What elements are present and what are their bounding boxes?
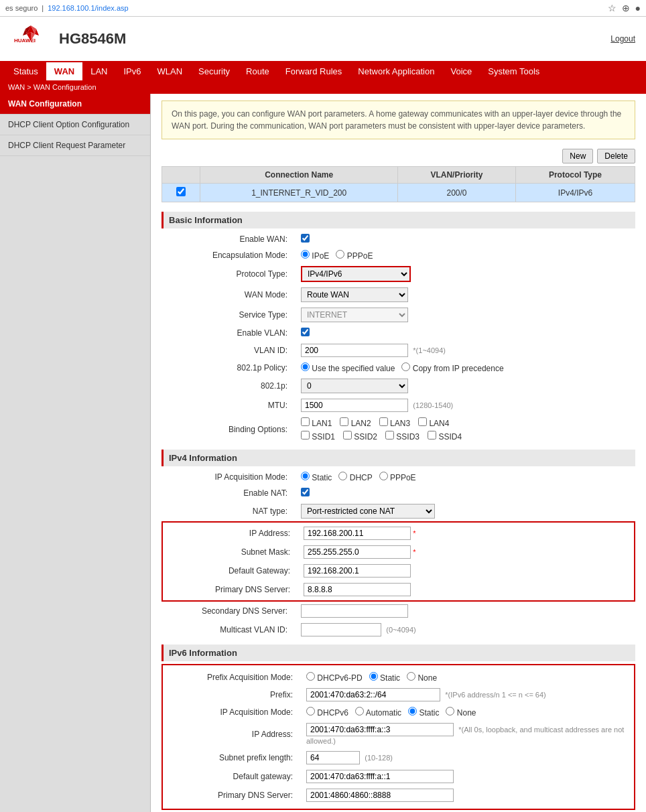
ipv4-acq-label: IP Acquisition Mode: — [162, 469, 296, 485]
ip-address-input[interactable] — [304, 527, 411, 540]
prefix-acq-row: Prefix Acquisition Mode: DHCPv6-PD Stati… — [167, 669, 630, 685]
ipv6-dns-primary-input[interactable] — [306, 789, 454, 802]
nav-security[interactable]: Security — [190, 62, 238, 80]
sidebar-item-dhcp-option[interactable]: DHCP Client Option Configuration — [0, 115, 150, 135]
dns-primary-row: Primary DNS Server: — [164, 580, 633, 599]
nav-forward-rules[interactable]: Forward Rules — [277, 62, 350, 80]
protocol-type-select[interactable]: IPv4/IPv6 IPv4 IPv6 — [302, 267, 409, 281]
prefix-input[interactable] — [306, 688, 440, 701]
ipv4-address-form: IP Address: * Subnet Mask: * Default Gat… — [164, 524, 633, 599]
sidebar-item-wan-config[interactable]: WAN Configuration — [0, 94, 150, 115]
ipv4-dhcp-radio[interactable] — [338, 472, 347, 480]
dns-primary-input[interactable] — [304, 583, 411, 596]
gateway-input[interactable] — [304, 564, 411, 578]
nav-system-tools[interactable]: System Tools — [480, 62, 547, 80]
service-type-select[interactable]: INTERNET TR069 VOIP — [301, 308, 408, 322]
mtu-hint: (1280-1540) — [413, 401, 453, 409]
multicast-vlan-input[interactable] — [301, 623, 381, 636]
bookmark-icon[interactable]: ☆ — [608, 3, 617, 13]
huawei-logo: HUAWEI — [11, 22, 51, 56]
dot1p-copy-radio[interactable] — [401, 362, 410, 371]
subnet-input[interactable] — [304, 545, 411, 559]
url-bar[interactable]: 192.168.100.1/index.asp — [48, 4, 129, 12]
lan3-checkbox[interactable] — [379, 417, 388, 426]
static-prefix-radio[interactable] — [369, 672, 378, 681]
extension-icon[interactable]: ⊕ — [622, 3, 630, 13]
nat-type-select[interactable]: Port-restricted cone NAT Full cone NAT A… — [301, 504, 435, 519]
multicast-vlan-label: Multicast VLAN ID: — [162, 620, 296, 639]
nav-ipv6[interactable]: IPv6 — [116, 62, 149, 80]
dns-secondary-input[interactable] — [301, 604, 408, 618]
none-prefix-radio[interactable] — [407, 672, 415, 681]
ipv6-form: Prefix Acquisition Mode: DHCPv6-PD Stati… — [167, 669, 630, 805]
vlan-id-label: VLAN ID: — [162, 341, 296, 360]
static-ipv6-radio[interactable] — [408, 707, 417, 716]
dot1p-select[interactable]: 0 1234567 — [301, 379, 408, 393]
table-row[interactable]: 1_INTERNET_R_VID_200 200/0 IPv4/IPv6 — [162, 184, 635, 202]
lan3-label: LAN3 — [379, 417, 410, 428]
ipv4-extra-form: Secondary DNS Server: Multicast VLAN ID:… — [162, 602, 635, 639]
ssid1-checkbox[interactable] — [301, 431, 310, 439]
nav-wan[interactable]: WAN — [46, 62, 82, 80]
header: HUAWEI HG8546M Logout — [0, 17, 646, 62]
connection-table: Connection Name VLAN/Priority Protocol T… — [162, 166, 635, 202]
ipv6-dns-primary-row: Primary DNS Server: — [167, 786, 630, 805]
nav-status[interactable]: Status — [5, 62, 46, 80]
none-prefix-label: None — [407, 673, 437, 683]
wan-mode-select[interactable]: Route WAN Bridge WAN — [301, 287, 408, 302]
encap-pppoe-label: PPPoE — [336, 251, 373, 261]
nav-wlan[interactable]: WLAN — [149, 62, 191, 80]
vlan-id-input[interactable] — [301, 344, 408, 357]
dhcpv6pd-radio[interactable] — [306, 672, 315, 681]
new-button[interactable]: New — [562, 149, 593, 163]
ipv4-pppoe-radio[interactable] — [379, 472, 388, 480]
protocol-select-wrap: IPv4/IPv6 IPv4 IPv6 — [301, 266, 411, 282]
vlan-id-hint: *(1~4094) — [413, 346, 446, 354]
enable-vlan-label: Enable VLAN: — [162, 325, 296, 341]
enable-nat-checkbox[interactable] — [301, 488, 310, 496]
dot1p-specified-label: Use the specified value — [301, 364, 397, 373]
profile-icon[interactable]: ● — [635, 3, 641, 13]
sidebar-item-dhcp-request[interactable]: DHCP Client Request Parameter — [0, 135, 150, 156]
vlan-cell: 200/0 — [397, 184, 515, 202]
nav-voice[interactable]: Voice — [442, 62, 480, 80]
encap-pppoe-radio[interactable] — [336, 250, 344, 259]
dot1p-specified-radio[interactable] — [301, 362, 310, 371]
ipv4-static-radio[interactable] — [301, 472, 310, 480]
table-actions: New Delete — [162, 149, 635, 163]
multicast-vlan-row: Multicast VLAN ID: (0~4094) — [162, 620, 635, 639]
gateway-label: Default Gateway: — [164, 561, 298, 580]
nav-network-application[interactable]: Network Application — [350, 62, 442, 80]
dot1p-policy-row: 802.1p Policy: Use the specified value C… — [162, 360, 635, 376]
none-ipv6-radio[interactable] — [446, 707, 454, 716]
dhcpv6-radio[interactable] — [306, 707, 315, 716]
browser-bar: es seguro | 192.168.100.1/index.asp ☆ ⊕ … — [0, 0, 646, 17]
lan4-checkbox[interactable] — [418, 417, 427, 426]
ssid3-checkbox[interactable] — [385, 431, 394, 439]
prefix-acq-label: Prefix Acquisition Mode: — [167, 669, 301, 685]
enable-wan-checkbox[interactable] — [301, 234, 310, 243]
ipv6-section: IPv6 Information — [162, 645, 635, 661]
row-checkbox[interactable] — [176, 187, 186, 196]
encap-ipoe-radio[interactable] — [301, 250, 310, 259]
mtu-input[interactable] — [301, 399, 408, 412]
logout-button[interactable]: Logout — [610, 34, 635, 44]
svg-text:HUAWEI: HUAWEI — [14, 38, 36, 44]
vlan-id-row: VLAN ID: *(1~4094) — [162, 341, 635, 360]
lan1-checkbox[interactable] — [301, 417, 310, 426]
ssid2-checkbox[interactable] — [343, 431, 352, 439]
ssid4-checkbox[interactable] — [428, 431, 436, 439]
ipv4-address-box: IP Address: * Subnet Mask: * Default Gat… — [162, 521, 635, 602]
ipv6-address-input[interactable] — [306, 723, 454, 736]
auto-radio[interactable] — [355, 707, 364, 716]
nav-lan[interactable]: LAN — [82, 62, 115, 80]
delete-button[interactable]: Delete — [597, 149, 635, 163]
ipv6-gateway-input[interactable] — [306, 770, 454, 783]
static-ipv6-label: Static — [408, 708, 442, 718]
subnet-prefix-input[interactable] — [306, 751, 360, 764]
gateway-row: Default Gateway: — [164, 561, 633, 580]
subnet-prefix-row: Subnet prefix length: (10-128) — [167, 748, 630, 767]
nav-route[interactable]: Route — [238, 62, 277, 80]
enable-vlan-checkbox[interactable] — [301, 328, 310, 336]
lan2-checkbox[interactable] — [340, 417, 348, 426]
